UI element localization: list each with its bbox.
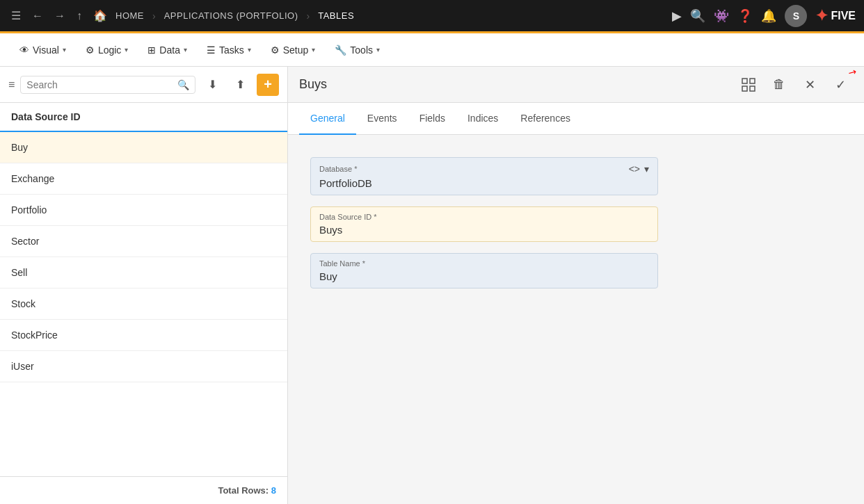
database-field: Database * <> ▾ PortfolioDB [310,157,658,195]
close-button[interactable]: ✕ [797,72,822,97]
notification-icon[interactable]: 🔔 [761,8,776,24]
search-magnify-icon: 🔍 [177,79,189,90]
forward-icon[interactable]: → [51,7,68,25]
sidebar-item-buy[interactable]: Buy [0,132,287,163]
five-logo-text: FIVE [831,10,856,22]
tablename-value[interactable]: Buy [319,270,649,282]
nav-logic-label: Logic [98,44,121,56]
play-icon[interactable]: ▶ [672,8,682,24]
sidebar-item-iuser[interactable]: iUser [0,351,287,382]
upload-button[interactable]: ⬆ [229,74,251,96]
sidebar-item-exchange[interactable]: Exchange [0,163,287,195]
sidebar-column-header: Data Source ID [0,103,287,132]
search-icon[interactable]: 🔍 [690,8,705,24]
search-input[interactable] [26,79,177,90]
sidebar-item-stockprice-label: StockPrice [11,330,58,341]
menu-icon[interactable]: ☰ [8,6,24,25]
breadcrumb-tables[interactable]: TABLES [318,10,354,21]
filter-icon[interactable]: ≡ [8,79,15,91]
database-value[interactable]: PortfolioDB [319,177,649,189]
nav-logic[interactable]: ⚙ Logic ▾ [77,40,136,60]
breadcrumb-sep-1: › [152,10,156,22]
breadcrumb-home[interactable]: HOME [115,10,144,21]
delete-button[interactable]: 🗑 [767,72,792,97]
grid-view-button[interactable] [736,72,761,97]
sidebar-list: Buy Exchange Portfolio Sector Sell Stock… [0,132,287,476]
sidebar: ≡ 🔍 ⬇ ⬆ + Data Source ID Buy Exchange Po… [0,67,288,504]
user-avatar[interactable]: S [785,5,807,27]
tasks-arrow: ▾ [248,46,251,54]
data-icon: ⊞ [147,44,156,56]
confirm-arrow-indicator: ↗ [847,65,859,79]
tabs-bar: General Events Fields Indices References [288,103,864,135]
sidebar-item-sell-label: Sell [11,267,27,278]
confirm-button[interactable]: ✓ ↗ [828,72,853,97]
dropdown-icon[interactable]: ▾ [644,163,649,174]
panel-title: Buys [299,77,736,92]
svg-rect-2 [742,86,747,91]
nav-visual-label: Visual [33,44,59,56]
sidebar-item-portfolio[interactable]: Portfolio [0,195,287,226]
sidebar-item-iuser-label: iUser [11,361,34,372]
tablename-field: Table Name * Buy [310,253,658,288]
sidebar-item-buy-label: Buy [11,142,28,153]
top-nav-right: ▶ 🔍 👾 ❓ 🔔 S ✦ FIVE [672,5,856,27]
search-container: 🔍 [20,76,195,94]
total-rows-count: 8 [271,485,276,496]
help-icon[interactable]: ❓ [737,8,753,24]
nav-data-label: Data [159,44,180,56]
form-area: Database * <> ▾ PortfolioDB Data Source … [288,135,864,311]
data-arrow: ▾ [184,46,187,54]
datasourceid-value[interactable]: Buys [319,224,649,236]
tab-general[interactable]: General [299,103,356,135]
setup-arrow: ▾ [312,46,315,54]
sidebar-item-exchange-label: Exchange [11,173,54,184]
top-nav: ☰ ← → ↑ 🏠 HOME › APPLICATIONS (PORTFOLIO… [0,0,864,33]
breadcrumb-portfolio[interactable]: APPLICATIONS (PORTFOLIO) [164,10,298,21]
add-button[interactable]: + [257,74,279,96]
home-icon[interactable]: 🏠 [90,6,110,25]
datasourceid-field: Data Source ID * Buys [310,206,658,242]
tab-fields[interactable]: Fields [408,103,456,135]
back-icon[interactable]: ← [29,7,46,25]
nav-data[interactable]: ⊞ Data ▾ [139,40,195,60]
download-button[interactable]: ⬇ [201,74,223,96]
sidebar-item-sector[interactable]: Sector [0,226,287,257]
tools-icon: 🔧 [335,44,346,56]
alien-icon[interactable]: 👾 [714,8,729,24]
sidebar-item-portfolio-label: Portfolio [11,204,47,216]
sidebar-item-sector-label: Sector [11,236,39,247]
code-icon[interactable]: <> [629,163,640,174]
datasourceid-label: Data Source ID * [319,213,649,221]
right-toolbar-actions: 🗑 ✕ ✓ ↗ [736,72,853,97]
nav-setup-label: Setup [283,44,309,56]
visual-arrow: ▾ [63,46,66,54]
breadcrumb-sep-2: › [307,10,310,22]
sidebar-toolbar: ≡ 🔍 ⬇ ⬆ + [0,67,287,103]
logic-arrow: ▾ [125,46,128,54]
database-field-actions: <> ▾ [629,163,649,174]
tab-references[interactable]: References [509,103,582,135]
tab-indices[interactable]: Indices [456,103,509,135]
nav-tasks-label: Tasks [219,44,244,56]
nav-setup[interactable]: ⚙ Setup ▾ [262,40,324,60]
nav-tools[interactable]: 🔧 Tools ▾ [326,40,388,60]
right-toolbar: Buys 🗑 ✕ ✓ ↗ [288,67,864,103]
visual-icon: 👁 [19,44,29,56]
sidebar-item-stock[interactable]: Stock [0,288,287,320]
logic-icon: ⚙ [86,44,95,56]
right-panel: Buys 🗑 ✕ ✓ ↗ [288,67,864,504]
sidebar-item-stockprice[interactable]: StockPrice [0,320,287,351]
sidebar-item-sell[interactable]: Sell [0,257,287,288]
total-rows-label: Total Rows: [218,485,269,496]
nav-tools-label: Tools [350,44,373,56]
tasks-icon: ☰ [207,44,216,56]
tab-events[interactable]: Events [356,103,408,135]
up-icon[interactable]: ↑ [74,7,85,25]
sidebar-item-stock-label: Stock [11,298,35,309]
svg-rect-0 [742,79,747,83]
nav-visual[interactable]: 👁 Visual ▾ [11,40,74,60]
tools-arrow: ▾ [376,46,380,54]
nav-tasks[interactable]: ☰ Tasks ▾ [198,40,259,60]
five-logo: ✦ FIVE [815,7,856,25]
